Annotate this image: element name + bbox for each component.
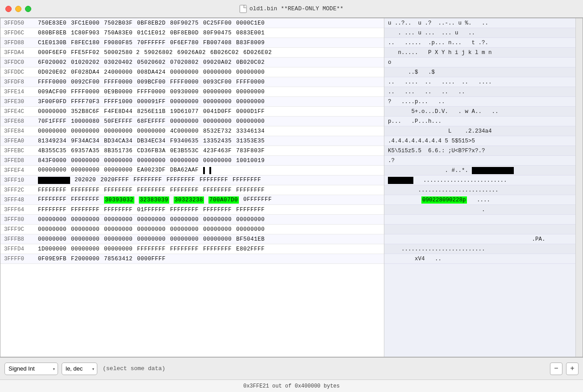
hex-row: 3FFF48 FFFFFFFF FFFFFFFF 30393032 323830… bbox=[0, 195, 384, 205]
hex-data: 3F00F0FD FFFF70F3 FFFF1000 000091FF 0000… bbox=[36, 99, 384, 105]
close-button[interactable] bbox=[5, 6, 12, 12]
address: 3FFD6C bbox=[0, 30, 36, 36]
hex-data: FFFFFFFF FFFFFFFF FFFFFFFF FFFFFFFF FFFF… bbox=[36, 187, 384, 193]
maximize-button[interactable] bbox=[25, 6, 31, 12]
scrollbar[interactable] bbox=[575, 18, 583, 357]
ascii-panel: u ..?.. u .? ..-.. u %. .. . ... u ... .… bbox=[384, 18, 575, 357]
ascii-row: .PA. bbox=[384, 234, 575, 244]
address: 3FFFF0 bbox=[0, 256, 36, 262]
address: 3FFEBC bbox=[0, 148, 36, 154]
address: 3FFFB8 bbox=[0, 236, 36, 242]
ascii-row: o bbox=[384, 58, 575, 67]
hex-data: 750E83E0 3FC1E000 7502B03F 0BF8EB2D 80F9… bbox=[36, 20, 384, 26]
hex-left-panel[interactable]: 3FFD50 750E83E0 3FC1E000 7502B03F 0BF8EB… bbox=[0, 18, 384, 357]
address: 3FFF64 bbox=[0, 207, 36, 213]
hex-data: 00000000 00000000 00000000 EA0023DF DBA6… bbox=[36, 167, 384, 174]
hex-row: 3FFFF0 0F09E9FB F2000000 78563412 0000FF… bbox=[0, 254, 384, 264]
hex-data: 00000000 352B8C6F F4FE8D44 8256E11B 19D6… bbox=[36, 108, 384, 115]
hex-row: 3FFED8 843F0000 00000000 00000000 000000… bbox=[0, 156, 384, 166]
address: 3FFE4C bbox=[0, 108, 36, 115]
status-bar: 0x3FFE21 out of 0x400000 bytes bbox=[0, 379, 583, 392]
titlebar: old1.bin **READ-ONLY MODE** bbox=[0, 0, 583, 18]
ascii-row: . #..*. bbox=[384, 166, 575, 175]
file-icon bbox=[240, 5, 247, 13]
address: 3FFD50 bbox=[0, 20, 36, 26]
hex-row: 3FFEBC 4B355C35 69357A35 8B351736 CD36FB… bbox=[0, 146, 384, 156]
ascii-row bbox=[384, 215, 575, 225]
ascii-row: ......................... bbox=[384, 244, 575, 254]
hex-data: 00000000 00000000 00000000 00000000 0000… bbox=[36, 236, 384, 242]
ascii-row: ? ....p... .. bbox=[384, 97, 575, 107]
ascii-row: .? bbox=[384, 156, 575, 166]
hex-row: 3FFF80 00000000 00000000 00000000 000000… bbox=[0, 215, 384, 225]
address: 3FFE68 bbox=[0, 118, 36, 125]
ascii-row: .4.4.4.4.4.4.4.4 5 5$515>5 bbox=[384, 136, 575, 146]
ascii-row bbox=[384, 225, 575, 234]
minimize-button[interactable] bbox=[15, 6, 21, 12]
ascii-row: . ... u ... ... u .. bbox=[384, 28, 575, 38]
address: 3FFF10 bbox=[0, 177, 36, 183]
hex-row: 3FFDDC 0D020E02 0F028DA4 24000000 008DA4… bbox=[0, 67, 384, 77]
hex-row: 3FFE84 00000000 00000000 00000000 000000… bbox=[0, 126, 384, 136]
address: 3FFE84 bbox=[0, 128, 36, 134]
hex-data: FFFFFFFF FFFFFFFF FFFFFFFF 01FFFFFF FFFF… bbox=[36, 207, 384, 213]
hex-row: 3FFEF4 00000000 00000000 00000000 EA0023… bbox=[0, 166, 384, 175]
address: 3FFDA4 bbox=[0, 50, 36, 56]
hex-row: 3FFFB8 00000000 00000000 00000000 000000… bbox=[0, 234, 384, 244]
hex-row: 3FFD50 750E83E0 3FC1E000 7502B03F 0BF8EB… bbox=[0, 18, 384, 28]
address: 3FFF48 bbox=[0, 197, 36, 203]
selection-info: (select some data) bbox=[103, 365, 165, 372]
address: 3FFE14 bbox=[0, 89, 36, 95]
ascii-black-highlight bbox=[388, 177, 413, 184]
bottom-bar: Signed Int Unsigned Int Float Double le,… bbox=[0, 357, 583, 379]
ascii-row: K5\5i5z5.5 6.6.: ;U<B?F?x?.? bbox=[384, 146, 575, 156]
data-type-dropdown-wrapper[interactable]: Signed Int Unsigned Int Float Double bbox=[4, 363, 58, 375]
address: 3FFDDC bbox=[0, 69, 36, 75]
ascii-row: ........................ bbox=[384, 185, 575, 195]
address: 3FFF80 bbox=[0, 217, 36, 223]
hex-row: 3FFFD4 1D000000 00000000 00000000 FFFFFF… bbox=[0, 244, 384, 254]
hex-row: 3FFDA4 000F6EF0 FFE5FF02 50002580 2 5902… bbox=[0, 48, 384, 58]
hex-data: 00000000 00000000 00000000 00000000 0000… bbox=[36, 217, 384, 223]
hex-data: 0D020E02 0F028DA4 24000000 008DA424 0000… bbox=[36, 69, 384, 75]
address: 3FFE30 bbox=[0, 99, 36, 105]
endian-dropdown-wrapper[interactable]: le, dec be, dec le, hex be, hex bbox=[62, 363, 97, 375]
ascii-row: .. ..... .p... n... t .?. bbox=[384, 38, 575, 48]
window-title: old1.bin **READ-ONLY MODE** bbox=[240, 5, 344, 13]
main-content: 3FFD50 750E83E0 3FC1E000 7502B03F 0BF8EB… bbox=[0, 18, 583, 357]
hex-data: C1E0130B F8FEC180 F9080F85 70FFFFFF 0F6E… bbox=[36, 40, 384, 46]
data-type-select[interactable]: Signed Int Unsigned Int Float Double bbox=[4, 363, 58, 375]
hex-data: 00000000 00000000 00000000 00000000 4C00… bbox=[36, 128, 384, 134]
plus-button[interactable]: + bbox=[566, 363, 579, 375]
hex-row: 3FFF9C 00000000 00000000 00000000 000000… bbox=[0, 225, 384, 234]
hex-data: 1D000000 00000000 00000000 FFFFFFFF FFFF… bbox=[36, 246, 384, 252]
ascii-row: ..$ .$ bbox=[384, 67, 575, 77]
address: 3FFDC0 bbox=[0, 59, 36, 66]
ascii-green-highlight: 090228090228p bbox=[421, 196, 467, 204]
address: 3FFD88 bbox=[0, 40, 36, 46]
hex-row: 3FFF10 ​​​​​​​​ 202020 2020FFFF FFFFFFFF… bbox=[0, 175, 384, 185]
ascii-row: xV4 .. bbox=[384, 254, 575, 264]
ascii-row: u ..?.. u .? ..-.. u %. .. bbox=[384, 18, 575, 28]
hex-row: 3FFDF8 FFFF0000 0092CF00 FFFF0000 009BCF… bbox=[0, 77, 384, 87]
hex-row: 3FFE14 009ACF00 FFFF0000 0E9B0000 FFFF00… bbox=[0, 87, 384, 97]
status-text: 0x3FFE21 out of 0x400000 bytes bbox=[243, 383, 340, 389]
traffic-lights bbox=[5, 6, 31, 12]
ascii-row: L .2.234a4 bbox=[384, 126, 575, 136]
hex-data: 4B355C35 69357A35 8B351736 CD36FB3A 0E3B… bbox=[36, 148, 384, 154]
minus-button[interactable]: − bbox=[550, 363, 562, 375]
address: 3FFEF4 bbox=[0, 167, 36, 174]
hex-row: 3FFE4C 00000000 352B8C6F F4FE8D44 8256E1… bbox=[0, 107, 384, 117]
address: 3FFDF8 bbox=[0, 79, 36, 85]
hex-row: 3FFF2C FFFFFFFF FFFFFFFF FFFFFFFF FFFFFF… bbox=[0, 185, 384, 195]
hex-row: 3FFD6C 080BF8EB 1C80F903 750A83E0 01C1E0… bbox=[0, 28, 384, 38]
hex-editor: 3FFD50 750E83E0 3FC1E000 7502B03F 0BF8EB… bbox=[0, 18, 583, 357]
hex-data: 843F0000 00000000 00000000 00000000 0000… bbox=[36, 158, 384, 164]
address: 3FFFD4 bbox=[0, 246, 36, 252]
hex-row: 3FFF64 FFFFFFFF FFFFFFFF FFFFFFFF 01FFFF… bbox=[0, 205, 384, 215]
endian-select[interactable]: le, dec be, dec le, hex be, hex bbox=[62, 363, 97, 375]
hex-data: FFFF0000 0092CF00 FFFF0000 009BCF00 FFFF… bbox=[36, 79, 384, 85]
ascii-black-highlight bbox=[472, 167, 514, 174]
hex-row: 3FFDC0 6F020002 01020202 03020402 050206… bbox=[0, 58, 384, 67]
hex-data: 080BF8EB 1C80F903 750A83E0 01C1E012 0BF8… bbox=[36, 30, 384, 36]
